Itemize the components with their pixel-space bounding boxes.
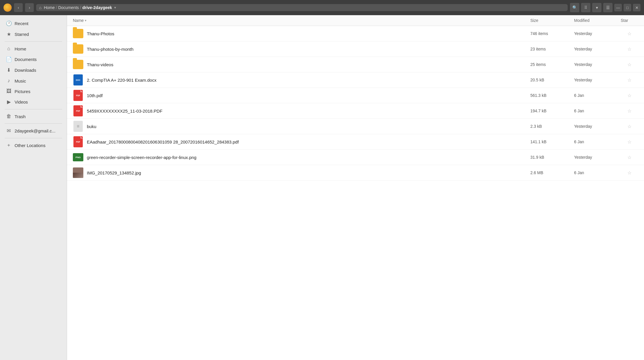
file-size: 23 items <box>530 47 574 51</box>
table-row[interactable]: Thanu-videos 25 items Yesterday ☆ <box>67 57 644 72</box>
file-size: 20.5 kB <box>530 78 574 82</box>
file-modified: Yesterday <box>574 47 621 51</box>
file-name: IMG_20170529_134852.jpg <box>87 170 141 175</box>
file-star[interactable]: ☆ <box>621 155 638 160</box>
breadcrumb: ⌂ Home / Documents / drive-2daygeek ▾ <box>36 4 568 11</box>
sort-icon: ▾ <box>85 19 87 22</box>
table-row[interactable]: PNG green-recorder-simple-screen-recorde… <box>67 150 644 165</box>
sidebar-item-trash[interactable]: 🗑 Trash <box>0 111 67 122</box>
png-icon: PNG <box>73 153 83 161</box>
file-modified: Yesterday <box>574 124 621 129</box>
sidebar-label-music: Music <box>15 78 26 83</box>
breadcrumb-sep2: / <box>80 5 81 10</box>
starred-icon: ★ <box>6 31 12 37</box>
sidebar-label-pictures: Pictures <box>15 89 30 94</box>
file-star[interactable]: ☆ <box>621 77 638 83</box>
jpg-icon <box>73 167 83 178</box>
folder-icon <box>73 60 83 69</box>
sidebar-item-videos[interactable]: ▶ Videos <box>0 97 67 107</box>
file-star[interactable]: ☆ <box>621 62 638 67</box>
sidebar-label-account: 2daygeek@gmail.c... <box>15 128 55 133</box>
sidebar-label-documents: Documents <box>15 57 37 62</box>
sidebar-item-home[interactable]: ⌂ Home <box>0 43 67 54</box>
nav-forward-button[interactable]: › <box>25 3 34 12</box>
file-icon-8: PNG <box>73 152 83 162</box>
sidebar-item-other-locations[interactable]: + Other Locations <box>0 140 67 151</box>
apps-button[interactable]: ⠿ <box>581 3 590 12</box>
file-modified: 6 Jan <box>574 109 621 113</box>
breadcrumb-home[interactable]: Home <box>44 5 54 10</box>
file-size: 746 items <box>530 31 574 36</box>
file-icon-1 <box>73 44 83 54</box>
home-sidebar-icon: ⌂ <box>6 46 12 52</box>
maximize-button[interactable]: □ <box>624 4 631 11</box>
file-area: Name ▾ Size Modified Star Thanu-Photos 7… <box>67 15 644 360</box>
close-button[interactable]: ✕ <box>633 4 641 11</box>
file-icon-3 <box>73 75 83 85</box>
breadcrumb-documents[interactable]: Documents <box>58 5 79 10</box>
videos-icon: ▶ <box>6 99 12 105</box>
file-list: Thanu-Photos 746 items Yesterday ☆ Thanu… <box>67 26 644 360</box>
table-row[interactable]: buku 2.3 kB Yesterday ☆ <box>67 119 644 134</box>
file-name: Thanu-Photos <box>87 31 114 36</box>
sidebar-item-account[interactable]: ✉ 2daygeek@gmail.c... <box>0 125 67 136</box>
table-row[interactable]: EAadhaar_20178000800408201606301059 28_2… <box>67 134 644 150</box>
file-size: 2.3 kB <box>530 124 574 129</box>
sidebar-item-downloads[interactable]: ⬇ Downloads <box>0 65 67 76</box>
sidebar-item-pictures[interactable]: 🖼 Pictures <box>0 86 67 97</box>
table-row[interactable]: 2. CompTIA A+ 220-901 Exam.docx 20.5 kB … <box>67 72 644 88</box>
breadcrumb-current[interactable]: drive-2daygeek <box>82 5 112 10</box>
file-modified: Yesterday <box>574 62 621 67</box>
pdf-icon <box>73 90 83 101</box>
file-name-cell: Thanu-videos <box>73 59 530 70</box>
table-row[interactable]: 10th.pdf 561.3 kB 6 Jan ☆ <box>67 88 644 103</box>
file-name-cell: Thanu-photos-by-month <box>73 44 530 54</box>
file-size: 31.9 kB <box>530 155 574 160</box>
breadcrumb-dropdown-icon[interactable]: ▾ <box>114 6 116 10</box>
table-row[interactable]: IMG_20170529_134852.jpg 2.6 MB 6 Jan ☆ <box>67 165 644 181</box>
file-star[interactable]: ☆ <box>621 170 638 176</box>
file-star[interactable]: ☆ <box>621 139 638 145</box>
sidebar-item-music[interactable]: ♪ Music <box>0 76 67 86</box>
documents-icon: 📄 <box>6 56 12 62</box>
file-name-cell: Thanu-Photos <box>73 28 530 39</box>
file-name-cell: IMG_20170529_134852.jpg <box>73 167 530 178</box>
col-name[interactable]: Name ▾ <box>73 18 530 23</box>
sidebar-item-recent[interactable]: 🕐 Recent <box>0 18 67 29</box>
minimize-button[interactable]: — <box>614 4 622 11</box>
file-star[interactable]: ☆ <box>621 93 638 98</box>
file-star[interactable]: ☆ <box>621 46 638 52</box>
file-name-cell: PNG green-recorder-simple-screen-recorde… <box>73 152 530 162</box>
file-name: 2. CompTIA A+ 220-901 Exam.docx <box>87 78 156 83</box>
sidebar-label-downloads: Downloads <box>15 68 36 73</box>
file-star[interactable]: ☆ <box>621 31 638 36</box>
table-row[interactable]: Thanu-photos-by-month 23 items Yesterday… <box>67 41 644 57</box>
file-modified: Yesterday <box>574 155 621 160</box>
file-star[interactable]: ☆ <box>621 108 638 114</box>
other-locations-icon: + <box>6 142 12 148</box>
table-row[interactable]: Thanu-Photos 746 items Yesterday ☆ <box>67 26 644 41</box>
app-logo <box>3 4 12 12</box>
table-row[interactable]: 5459XXXXXXXXX25_11-03-2018.PDF 194.7 kB … <box>67 103 644 119</box>
file-name-cell: 5459XXXXXXXXX25_11-03-2018.PDF <box>73 106 530 116</box>
sidebar-label-trash: Trash <box>15 114 26 119</box>
nav-back-button[interactable]: ‹ <box>14 3 23 12</box>
column-headers: Name ▾ Size Modified Star <box>67 15 644 26</box>
col-size[interactable]: Size <box>530 18 574 23</box>
sidebar: 🕐 Recent ★ Starred ⌂ Home 📄 Documents ⬇ … <box>0 15 67 360</box>
col-name-label: Name <box>73 18 84 23</box>
file-size: 561.3 kB <box>530 93 574 98</box>
sidebar-label-recent: Recent <box>15 21 29 26</box>
col-modified[interactable]: Modified <box>574 18 621 23</box>
file-name: Thanu-videos <box>87 62 113 67</box>
sidebar-item-documents[interactable]: 📄 Documents <box>0 54 67 65</box>
file-star[interactable]: ☆ <box>621 124 638 129</box>
menu-button[interactable]: ☰ <box>603 3 613 12</box>
dropdown-button[interactable]: ▾ <box>592 3 601 12</box>
search-button[interactable]: 🔍 <box>570 3 579 12</box>
file-size: 194.7 kB <box>530 109 574 113</box>
account-icon: ✉ <box>6 128 12 134</box>
file-name: 5459XXXXXXXXX25_11-03-2018.PDF <box>87 109 162 113</box>
file-name-cell: buku <box>73 121 530 132</box>
sidebar-item-starred[interactable]: ★ Starred <box>0 29 67 40</box>
